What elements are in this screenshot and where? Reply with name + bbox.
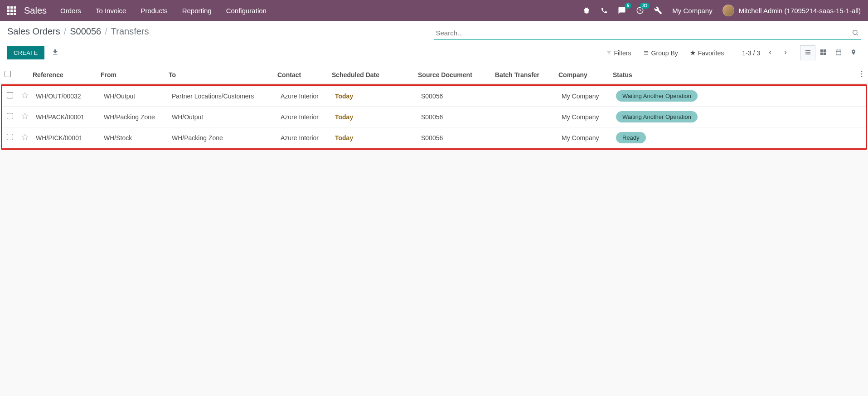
row-checkbox[interactable] [7, 113, 13, 119]
pager-range[interactable]: 1-3 / 3 [742, 49, 760, 57]
create-button[interactable]: CREATE [7, 46, 44, 59]
row-checkbox[interactable] [7, 92, 13, 98]
col-contact[interactable]: Contact [274, 66, 328, 83]
filters-label: Filters [614, 49, 631, 57]
nav-menu-configuration[interactable]: Configuration [226, 7, 267, 15]
status-badge: Ready [616, 132, 646, 143]
favorites-button[interactable]: Favorites [690, 49, 724, 57]
table-row[interactable]: WH/OUT/00032 WH/Output Partner Locations… [2, 86, 866, 107]
svg-point-8 [861, 76, 863, 77]
header-star [15, 66, 29, 83]
view-switcher [800, 45, 861, 60]
cell-from: WH/Output [100, 86, 168, 107]
view-list-button[interactable] [800, 45, 815, 60]
row-checkbox-cell [2, 127, 18, 148]
navbar-left: Sales Orders To Invoice Products Reporti… [7, 5, 267, 16]
svg-point-1 [853, 30, 857, 34]
table-row[interactable]: WH/PICK/00001 WH/Stock WH/Packing Zone A… [2, 127, 866, 148]
nav-menu-orders[interactable]: Orders [60, 7, 81, 15]
user-name: Mitchell Admin (17095214-saas-15-1-all) [739, 7, 861, 15]
breadcrumb-order[interactable]: S00056 [70, 26, 101, 37]
favorites-label: Favorites [698, 49, 724, 57]
top-navbar: Sales Orders To Invoice Products Reporti… [0, 0, 868, 21]
col-reference[interactable]: Reference [29, 66, 97, 83]
pager-prev[interactable] [765, 48, 776, 59]
col-source[interactable]: Source Document [414, 66, 491, 83]
row-star-cell[interactable] [18, 86, 32, 107]
view-calendar-button[interactable] [831, 45, 846, 60]
cell-contact: Azure Interior [277, 86, 331, 107]
cp-top: Sales Orders / S00056 / Transfers [7, 26, 861, 40]
svg-point-6 [861, 71, 863, 72]
view-kanban-button[interactable] [815, 45, 831, 60]
activities-icon[interactable]: 31 [636, 6, 644, 15]
cell-source: S00056 [417, 107, 495, 127]
row-star-cell[interactable] [18, 107, 32, 127]
cell-batch [495, 107, 558, 127]
col-company[interactable]: Company [555, 66, 609, 83]
messages-badge: 5 [625, 3, 632, 9]
cell-source: S00056 [417, 127, 495, 148]
table-row[interactable]: WH/PACK/00001 WH/Packing Zone WH/Output … [2, 107, 866, 127]
cell-scheduled: Today [331, 86, 417, 107]
filters-button[interactable]: Filters [606, 49, 631, 57]
select-all-checkbox[interactable] [5, 71, 11, 77]
col-status[interactable]: Status [609, 66, 855, 83]
user-menu[interactable]: Mitchell Admin (17095214-saas-15-1-all) [723, 5, 861, 16]
star-outline-icon [21, 133, 29, 141]
table-container: Reference From To Contact Scheduled Date… [0, 66, 868, 150]
row-checkbox-cell [2, 86, 18, 107]
star-icon [690, 50, 696, 56]
col-options[interactable] [855, 66, 868, 83]
transfers-table: Reference From To Contact Scheduled Date… [0, 66, 868, 83]
pager-next[interactable] [780, 48, 791, 59]
download-button[interactable] [50, 47, 61, 59]
cell-from: WH/Stock [100, 127, 168, 148]
col-from[interactable]: From [97, 66, 165, 83]
nav-menu-to-invoice[interactable]: To Invoice [96, 7, 126, 15]
group-by-button[interactable]: Group By [643, 49, 678, 57]
cell-contact: Azure Interior [277, 127, 331, 148]
row-checkbox-cell [2, 107, 18, 127]
calendar-view-icon [835, 49, 842, 56]
bug-icon[interactable] [582, 6, 591, 15]
company-switcher[interactable]: My Company [672, 7, 712, 15]
breadcrumb-sep: / [64, 26, 67, 37]
cell-options [853, 86, 866, 107]
messages-icon[interactable]: 5 [618, 6, 626, 15]
svg-point-7 [861, 73, 863, 75]
funnel-icon [606, 50, 611, 55]
cell-scheduled: Today [331, 127, 417, 148]
cell-to: Partner Locations/Customers [168, 86, 277, 107]
tools-icon[interactable] [654, 6, 662, 15]
cell-reference: WH/PICK/00001 [32, 127, 100, 148]
cell-status: Ready [612, 127, 853, 148]
apps-grid-icon[interactable] [7, 6, 16, 15]
row-checkbox[interactable] [7, 134, 13, 140]
search-icon[interactable] [852, 29, 859, 38]
col-batch[interactable]: Batch Transfer [491, 66, 555, 83]
navbar-right: 5 31 My Company Mitchell Admin (17095214… [582, 5, 861, 16]
nav-menu-products[interactable]: Products [141, 7, 167, 15]
cell-from: WH/Packing Zone [100, 107, 168, 127]
app-brand[interactable]: Sales [24, 5, 47, 16]
cell-options [853, 127, 866, 148]
pager: 1-3 / 3 [742, 48, 791, 59]
header-checkbox-cell [0, 66, 15, 83]
cell-to: WH/Packing Zone [168, 127, 277, 148]
breadcrumb-sales-orders[interactable]: Sales Orders [7, 26, 60, 37]
col-to[interactable]: To [165, 66, 274, 83]
cell-batch [495, 127, 558, 148]
highlighted-rows-box: WH/OUT/00032 WH/Output Partner Locations… [1, 84, 867, 150]
cell-batch [495, 86, 558, 107]
search-container [434, 26, 861, 40]
view-map-button[interactable] [846, 45, 861, 60]
col-scheduled[interactable]: Scheduled Date [328, 66, 414, 83]
phone-icon[interactable] [601, 7, 608, 14]
search-input[interactable] [434, 26, 861, 40]
nav-menu-reporting[interactable]: Reporting [182, 7, 212, 15]
cp-bottom-left: CREATE [7, 46, 61, 59]
row-star-cell[interactable] [18, 127, 32, 148]
cell-reference: WH/PACK/00001 [32, 107, 100, 127]
activities-badge: 31 [640, 3, 650, 9]
